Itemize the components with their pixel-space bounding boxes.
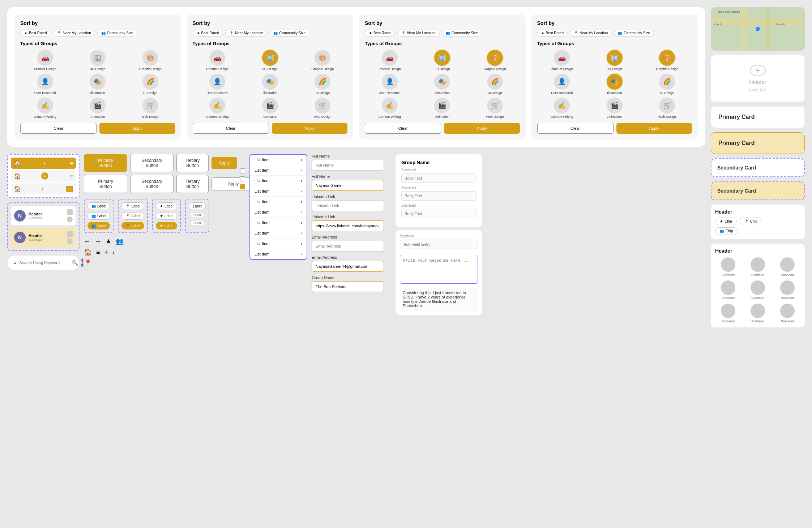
- group-item-graphic-design-1[interactable]: 🎨 Graphic Design: [125, 50, 175, 71]
- group-item-illustration-2[interactable]: 🎭 Illustration: [245, 74, 295, 95]
- list-icon-1[interactable]: ≡: [70, 160, 73, 166]
- apply-button-sm-1[interactable]: Apply: [211, 157, 237, 169]
- secondary-button-1[interactable]: Secondary Button: [130, 154, 174, 172]
- nav-bar-1[interactable]: 🏠 + ≡: [11, 158, 76, 169]
- group-item-gd-3[interactable]: 🎨 Graphic Design: [470, 50, 520, 71]
- group-item-ill-4[interactable]: 🎭 Illustration: [590, 74, 640, 95]
- search-bar[interactable]: ≡ 🔍 N: [7, 255, 80, 270]
- secondary-card-2[interactable]: Secondary Card: [711, 181, 805, 200]
- avatar-item-9[interactable]: Subhead: [774, 304, 800, 323]
- avatar-item-6[interactable]: Subhead: [774, 280, 800, 300]
- plus-circle[interactable]: +: [750, 65, 766, 76]
- primary-card-2[interactable]: Primary Card: [711, 132, 805, 154]
- list-nav-icon[interactable]: ≡: [96, 249, 100, 256]
- group-item-content-writing-1[interactable]: ✍️ Content Writing: [20, 98, 70, 119]
- header-chip-star[interactable]: ★ Chip: [715, 218, 737, 225]
- pin-icon[interactable]: 📍: [84, 259, 92, 267]
- checkbox-item-3[interactable]: [240, 184, 245, 189]
- group-item-cw-4[interactable]: ✍️ Content Writing: [537, 98, 587, 119]
- avatar-item-3[interactable]: Subhead: [774, 257, 800, 277]
- group-item-animation-1[interactable]: 🎬 Animation: [73, 98, 123, 119]
- plus-icon-1[interactable]: +: [43, 160, 46, 167]
- avatar-item-7[interactable]: Subhead: [715, 304, 741, 323]
- list-icon-2[interactable]: ≡: [70, 173, 73, 179]
- label-chip-c1-2[interactable]: 👥 Label: [87, 212, 110, 220]
- clear-chip-2[interactable]: Clear: [190, 220, 205, 226]
- primary-button-2[interactable]: Primary Button: [84, 175, 127, 193]
- sort-tag-best-rated-1[interactable]: ★ Best Rated: [20, 30, 51, 37]
- search-input[interactable]: [19, 261, 69, 265]
- nav-bar-3[interactable]: 🏠 + ≡: [11, 183, 76, 194]
- list-item-9[interactable]: List Item ›: [250, 239, 307, 249]
- group-item-product-design-1[interactable]: 🚗 Product Design: [20, 50, 70, 71]
- group-item-web-design-1[interactable]: 🛒 Web Design: [125, 98, 175, 119]
- back-arrow-icon[interactable]: ←: [84, 238, 90, 245]
- sort-tag-location-2[interactable]: 📍 Near My Location: [225, 30, 267, 37]
- label-chip-c3-3[interactable]: ★ Label: [156, 222, 177, 229]
- checkbox-item-1[interactable]: [240, 168, 245, 173]
- list-item-10[interactable]: List Item ›: [250, 249, 307, 259]
- label-chip-c1-3[interactable]: 👥 Label: [87, 222, 110, 229]
- chevron-right-icon[interactable]: ›: [112, 249, 115, 256]
- plus-nav-icon[interactable]: +: [104, 249, 108, 256]
- header-chip-community[interactable]: 👥 Chip: [715, 227, 738, 235]
- checkbox-2[interactable]: [240, 176, 245, 181]
- checkbox-item-2[interactable]: [240, 176, 245, 181]
- group-item-graphic-design-2[interactable]: 🎨 Graphic Design: [298, 50, 348, 71]
- plus-icon-3[interactable]: +: [41, 186, 44, 192]
- sort-tag-best-rated-4[interactable]: ★ Best Rated: [537, 30, 568, 37]
- email-input-empty[interactable]: [312, 241, 384, 252]
- group-name-input[interactable]: [312, 281, 384, 292]
- sort-tag-location-3[interactable]: 📍 Near My Location: [397, 30, 439, 37]
- home-nav-icon[interactable]: 🏠: [84, 248, 92, 256]
- group-item-user-research-2[interactable]: 👤 User Research: [193, 74, 243, 95]
- body-input-3[interactable]: [401, 209, 476, 218]
- apply-button-3[interactable]: Apply: [444, 123, 520, 134]
- list-item-6[interactable]: List Item ›: [250, 207, 307, 218]
- search-icon[interactable]: 🔍: [72, 260, 78, 266]
- forward-arrow-icon[interactable]: →: [95, 238, 101, 245]
- clear-button-1[interactable]: Clear: [20, 123, 97, 134]
- list-item-1[interactable]: List Item ›: [250, 155, 307, 165]
- list-item-8[interactable]: List Item ›: [250, 228, 307, 239]
- clear-chip-1[interactable]: Clear: [190, 212, 205, 218]
- group-item-cw-3[interactable]: ✍️ Content Writing: [365, 98, 415, 119]
- group-item-3d-4[interactable]: 🏢 3D Design: [590, 50, 640, 71]
- sort-tag-community-2[interactable]: 👥 Community Size: [269, 30, 309, 37]
- apply-button-1[interactable]: Apply: [99, 123, 175, 134]
- sort-tag-location-4[interactable]: 📍 Near My Location: [570, 30, 612, 37]
- group-item-3d-design-2[interactable]: 🏢 3D Design: [245, 50, 295, 71]
- small-label-chip[interactable]: Label: [189, 202, 205, 210]
- group-item-ui-design-2[interactable]: 🌈 UI Design: [298, 74, 348, 95]
- group-item-web-design-2[interactable]: 🛒 Web Design: [298, 98, 348, 119]
- group-item-gd-4[interactable]: 🎨 Graphic Design: [642, 50, 692, 71]
- group-item-3d-design-1[interactable]: 🏢 3D Design: [73, 50, 123, 71]
- primary-card-1[interactable]: Primary Card: [711, 106, 805, 128]
- secondary-card-1[interactable]: Secondary Card: [711, 158, 805, 177]
- label-chip-c3-2[interactable]: ★ Label: [156, 212, 177, 220]
- group-item-uid-4[interactable]: 🌈 UI Design: [642, 74, 692, 95]
- clear-button-2[interactable]: Clear: [193, 123, 269, 134]
- apply-button-2[interactable]: Apply: [272, 123, 347, 134]
- checkbox-1[interactable]: [240, 168, 245, 173]
- list-item-2[interactable]: List Item ›: [250, 165, 307, 176]
- group-item-ur-4[interactable]: 👤 User Research: [537, 74, 587, 95]
- group-item-pd-3[interactable]: 🚗 Product Design: [365, 50, 415, 71]
- body-input-1[interactable]: [401, 173, 476, 183]
- nav-bar-2[interactable]: 🏠 + ≡: [11, 170, 76, 182]
- checkbox-3-checked[interactable]: [240, 184, 245, 189]
- label-chip-c2-2[interactable]: 📍 Label: [121, 212, 144, 220]
- header-chip-location[interactable]: 📍 Chip: [740, 218, 762, 225]
- tertiary-button-2[interactable]: Tertiary Button: [176, 175, 209, 193]
- group-item-animation-2[interactable]: 🎬 Animation: [245, 98, 295, 119]
- avatar-item-1[interactable]: Subhead: [715, 257, 741, 277]
- group-item-uid-3[interactable]: 🌈 UI Design: [470, 74, 520, 95]
- group-item-product-design-2[interactable]: 🚗 Product Design: [193, 50, 243, 71]
- sort-tag-location-1[interactable]: 📍 Near My Location: [53, 30, 95, 37]
- full-name-input-empty[interactable]: [312, 160, 384, 171]
- avatar-item-2[interactable]: Subhead: [745, 257, 771, 277]
- sort-tag-best-rated-2[interactable]: ★ Best Rated: [193, 30, 223, 37]
- primary-button-1[interactable]: Primary Button: [84, 154, 127, 172]
- group-item-pd-4[interactable]: 🚗 Product Design: [537, 50, 587, 71]
- avatar-item-8[interactable]: Subhead: [745, 304, 771, 323]
